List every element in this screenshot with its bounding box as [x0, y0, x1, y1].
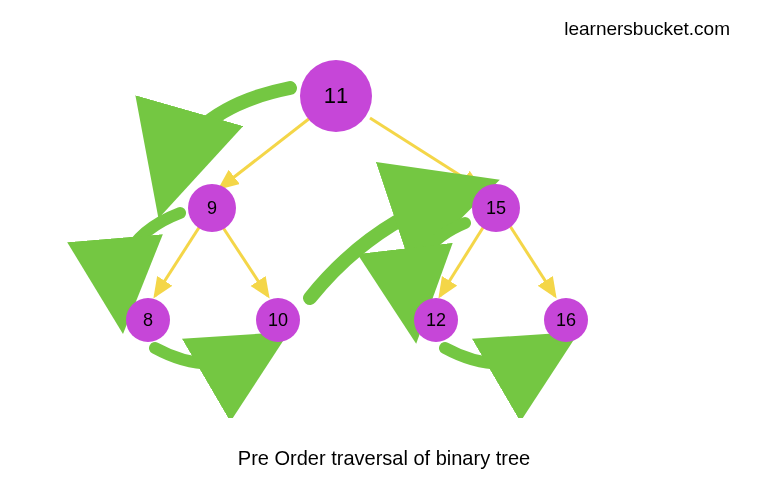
node-value: 9 — [207, 198, 217, 219]
node-leaf-10: 10 — [256, 298, 300, 342]
traversal-arrows — [0, 48, 768, 418]
node-value: 8 — [143, 310, 153, 331]
node-root: 11 — [300, 60, 372, 132]
node-leaf-12: 12 — [414, 298, 458, 342]
node-value: 11 — [324, 83, 348, 109]
node-right: 15 — [472, 184, 520, 232]
node-value: 12 — [426, 310, 446, 331]
node-value: 16 — [556, 310, 576, 331]
node-value: 15 — [486, 198, 506, 219]
node-value: 10 — [268, 310, 288, 331]
attribution-text: learnersbucket.com — [564, 18, 730, 40]
diagram-caption: Pre Order traversal of binary tree — [0, 447, 768, 470]
node-leaf-8: 8 — [126, 298, 170, 342]
node-leaf-16: 16 — [544, 298, 588, 342]
node-left: 9 — [188, 184, 236, 232]
tree-diagram: 11 9 15 8 10 12 16 — [0, 48, 768, 418]
